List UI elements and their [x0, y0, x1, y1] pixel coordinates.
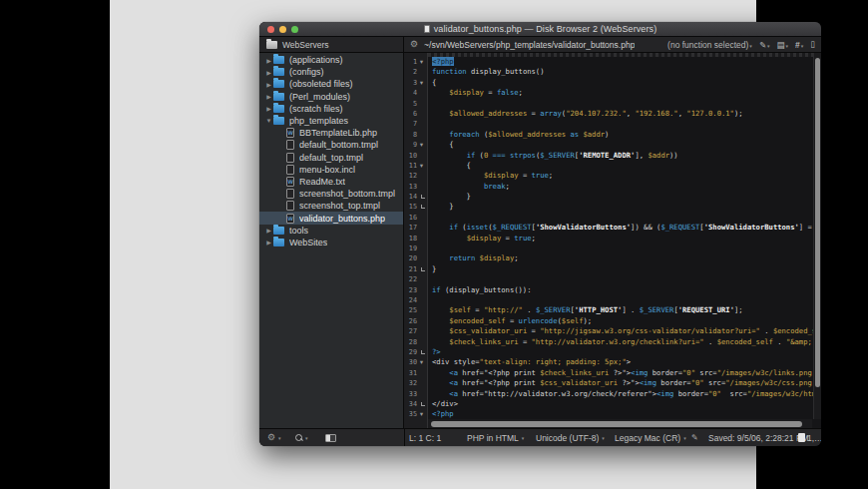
code-text[interactable]: foreach ($allowed_addresses as $addr)	[427, 130, 821, 140]
tree-item[interactable]: screenshot_bottom.tmpl	[259, 188, 403, 200]
vertical-scrollbar[interactable]	[813, 53, 821, 419]
line-number-gutter[interactable]: 30▼	[404, 357, 427, 367]
code-text[interactable]	[427, 213, 821, 223]
line-number-gutter[interactable]: 24	[404, 295, 427, 305]
code-text[interactable]: <a href="http://validator.w3.org/check/r…	[427, 389, 821, 399]
disclosure-collapsed-icon[interactable]: ▶	[264, 69, 273, 76]
code-text[interactable]	[427, 244, 821, 253]
tree-item[interactable]: ▶(obsoleted files)	[259, 78, 403, 90]
horizontal-scrollbar-thumb[interactable]	[431, 421, 802, 427]
line-number-gutter[interactable]: 29	[404, 347, 427, 357]
line-number-gutter[interactable]: 32	[404, 378, 427, 388]
tree-item[interactable]: BBTemplateLib.php	[259, 127, 403, 139]
title-bar[interactable]: validator_buttons.php — Disk Browser 2 (…	[259, 22, 821, 37]
code-text[interactable]: $display = true;	[427, 171, 821, 181]
new-document-button[interactable]: ▯	[810, 40, 815, 49]
tree-item[interactable]: ▶(configs)	[259, 66, 403, 78]
line-number-gutter[interactable]: 10	[404, 151, 427, 161]
disclosure-collapsed-icon[interactable]: ▶	[264, 227, 273, 234]
line-number-gutter[interactable]: 3▼	[404, 78, 427, 88]
code-text[interactable]: {	[427, 78, 821, 88]
fold-end-icon[interactable]	[417, 264, 426, 274]
language-popup[interactable]: PHP in HTML▾	[467, 429, 524, 446]
line-number-gutter[interactable]: 28	[404, 337, 427, 347]
line-number-gutter[interactable]: 25	[404, 305, 427, 315]
line-number-gutter[interactable]: 7	[404, 119, 427, 129]
code-text[interactable]: return $display;	[427, 253, 821, 263]
vertical-scrollbar-thumb[interactable]	[815, 58, 820, 387]
code-text[interactable]: $display = false;	[427, 88, 821, 98]
fold-triangle-icon[interactable]: ▼	[417, 140, 426, 150]
line-number-gutter[interactable]: 34	[404, 399, 427, 409]
line-number-gutter[interactable]: 22	[404, 274, 427, 284]
code-text[interactable]	[427, 274, 821, 284]
code-text[interactable]: <div style="text-align: right; padding: …	[427, 357, 821, 367]
tree-item[interactable]: ▶(Perl_modules)	[259, 91, 403, 103]
line-number-gutter[interactable]: 33	[404, 389, 427, 399]
code-text[interactable]: if (0 === strpos($_SERVER['REMOTE_ADDR']…	[427, 151, 821, 161]
disclosure-collapsed-icon[interactable]: ▶	[264, 105, 273, 112]
line-number-gutter[interactable]: 4	[404, 88, 427, 98]
tree-item[interactable]: ▶(applications)	[259, 54, 403, 66]
fold-end-icon[interactable]	[417, 192, 426, 202]
statusbar-gear-menu[interactable]: ⚙▾	[267, 429, 281, 446]
line-number-gutter[interactable]: 31	[404, 368, 427, 378]
marker-menu-button[interactable]: #▾	[795, 40, 803, 50]
code-text[interactable]: function display_buttons()	[427, 67, 821, 77]
code-text[interactable]	[427, 119, 821, 129]
line-number-gutter[interactable]: 23	[404, 285, 427, 295]
code-text[interactable]: }	[427, 192, 821, 202]
fold-end-icon[interactable]	[417, 347, 426, 357]
tree-item[interactable]: ▶tools	[259, 225, 403, 237]
tree-item[interactable]: ▶(scratch files)	[259, 103, 403, 115]
fold-end-icon[interactable]	[417, 202, 426, 212]
split-view-button[interactable]	[325, 429, 336, 446]
encoding-popup[interactable]: Unicode (UTF-8)▾	[536, 429, 605, 446]
line-number-gutter[interactable]: 35▼	[404, 409, 427, 419]
code-text[interactable]: }	[427, 264, 821, 274]
line-number-gutter[interactable]: 26	[404, 316, 427, 326]
disclosure-collapsed-icon[interactable]: ▶	[264, 81, 273, 88]
tree-item[interactable]: menu-box.incl	[259, 164, 403, 176]
fold-end-icon[interactable]	[417, 399, 426, 409]
line-number-gutter[interactable]: 19	[404, 244, 427, 253]
tree-item[interactable]: ▼php_templates	[259, 115, 403, 127]
disclosure-collapsed-icon[interactable]: ▶	[264, 93, 273, 100]
code-text[interactable]: {	[427, 140, 821, 150]
line-number-gutter[interactable]: 12	[404, 171, 427, 181]
code-text[interactable]: if (isset($_REQUEST['ShowValidatorButton…	[427, 223, 821, 233]
line-number-gutter[interactable]: 1▼	[404, 57, 427, 67]
code-text[interactable]: <?php	[427, 57, 821, 67]
disclosure-collapsed-icon[interactable]: ▶	[264, 57, 273, 64]
line-number-gutter[interactable]: 16	[404, 213, 427, 223]
code-text[interactable]: $check_links_uri = "http://validator.w3.…	[427, 337, 821, 347]
fold-triangle-icon[interactable]: ▼	[417, 57, 426, 67]
code-text[interactable]: $display = true;	[427, 234, 821, 244]
line-number-gutter[interactable]: 27	[404, 326, 427, 336]
code-text[interactable]: <a href="<?php print $check_links_uri ?>…	[427, 368, 821, 378]
line-number-gutter[interactable]: 14	[404, 192, 427, 202]
code-text[interactable]: $encoded_self = urlencode($self);	[427, 316, 821, 326]
line-number-gutter[interactable]: 2	[404, 67, 427, 77]
counterpart-menu-button[interactable]: ▤▾	[777, 40, 789, 50]
function-popup[interactable]: (no function selected)▾	[667, 40, 752, 50]
code-text[interactable]: {	[427, 161, 821, 171]
line-number-gutter[interactable]: 8	[404, 130, 427, 140]
line-number-gutter[interactable]: 5	[404, 99, 427, 109]
code-text[interactable]: }	[427, 202, 821, 212]
pencil-menu-button[interactable]: ✎▾	[759, 40, 770, 50]
code-text[interactable]: <a href="<?php print $css_validator_uri …	[427, 378, 821, 388]
code-text[interactable]: ?>	[427, 347, 821, 357]
line-number-gutter[interactable]: 15	[404, 202, 427, 212]
gear-icon[interactable]: ⚙	[410, 40, 418, 49]
tree-item[interactable]: default_bottom.tmpl	[259, 139, 403, 151]
line-number-gutter[interactable]: 17	[404, 223, 427, 233]
horizontal-scrollbar[interactable]	[428, 419, 812, 428]
code-text[interactable]: $self = "http://" . $_SERVER['HTTP_HOST'…	[427, 305, 821, 315]
line-number-gutter[interactable]: 11▼	[404, 161, 427, 171]
fold-triangle-icon[interactable]: ▼	[417, 409, 426, 419]
fold-triangle-icon[interactable]: ▼	[417, 161, 426, 171]
code-text[interactable]: </div>	[427, 399, 821, 409]
tree-item[interactable]: ReadMe.txt	[259, 176, 403, 188]
fold-triangle-icon[interactable]: ▼	[417, 357, 426, 367]
